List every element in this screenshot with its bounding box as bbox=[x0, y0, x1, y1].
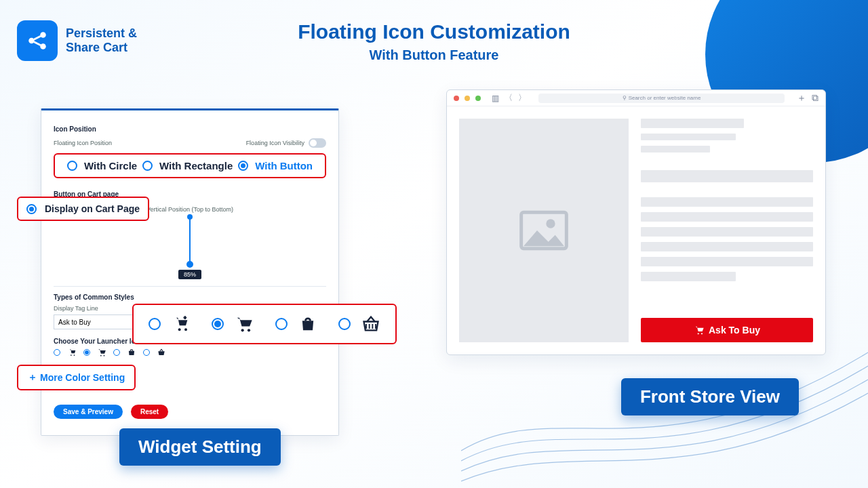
svg-point-9 bbox=[241, 329, 244, 331]
label-tagline: Display Tag Line bbox=[54, 305, 137, 312]
svg-point-5 bbox=[100, 355, 102, 357]
svg-point-13 bbox=[698, 333, 699, 334]
radio-with-button[interactable]: With Button bbox=[238, 160, 313, 171]
traffic-light-max bbox=[475, 96, 481, 101]
launcher-big-0[interactable] bbox=[149, 314, 191, 333]
skeleton-line bbox=[641, 242, 813, 251]
launcher-opt-1[interactable] bbox=[83, 348, 106, 357]
floating-visibility-toggle[interactable] bbox=[309, 138, 326, 148]
page-title: Floating Icon Customization bbox=[0, 20, 868, 43]
more-color-callout[interactable]: ＋More Color Setting bbox=[17, 365, 136, 390]
url-bar[interactable]: ⚲ Search or enter website name bbox=[538, 94, 785, 103]
caption-front-store: Front Store View bbox=[621, 378, 799, 415]
launcher-big-2[interactable] bbox=[275, 314, 317, 333]
new-tab-icon[interactable]: ＋ bbox=[797, 92, 806, 104]
save-button[interactable]: Save & Preview bbox=[54, 405, 123, 419]
section-common-styles: Types of Common Styles bbox=[54, 293, 326, 301]
skeleton-line bbox=[641, 146, 710, 152]
skeleton-line bbox=[641, 272, 736, 281]
svg-point-8 bbox=[184, 328, 187, 331]
traffic-light-min bbox=[465, 96, 470, 101]
vertical-position-value: 85% bbox=[178, 270, 201, 279]
launcher-callout bbox=[132, 304, 397, 344]
search-icon: ⚲ bbox=[623, 95, 627, 101]
traffic-light-close bbox=[454, 96, 459, 101]
shape-option-callout: With Circle With Rectangle With Button bbox=[54, 153, 326, 178]
page-subtitle: With Button Feature bbox=[0, 47, 868, 63]
product-details: Ask To Buy bbox=[641, 119, 813, 342]
ask-to-buy-label: Ask To Buy bbox=[709, 325, 760, 336]
label-floating-visibility: Floating Icon Visibility bbox=[246, 140, 304, 146]
svg-point-14 bbox=[701, 333, 703, 334]
display-on-cart-callout[interactable]: Display on Cart Page bbox=[17, 197, 149, 221]
launcher-big-3[interactable] bbox=[338, 314, 380, 333]
radio-with-circle[interactable]: With Circle bbox=[67, 160, 137, 171]
launcher-opt-2[interactable] bbox=[113, 348, 136, 357]
tagline-input[interactable] bbox=[54, 314, 137, 329]
reset-button[interactable]: Reset bbox=[131, 405, 168, 419]
skeleton-line bbox=[641, 227, 813, 237]
svg-point-10 bbox=[248, 329, 250, 331]
storefront-browser-mock: ▥ 〈 〉 ⚲ Search or enter website name ＋ ⧉ bbox=[446, 89, 826, 355]
browser-bar: ▥ 〈 〉 ⚲ Search or enter website name ＋ ⧉ bbox=[447, 90, 825, 106]
caption-widget-setting: Widget Setting bbox=[119, 428, 281, 466]
svg-point-12 bbox=[546, 219, 555, 228]
skeleton-line bbox=[641, 257, 813, 266]
product-image-placeholder bbox=[459, 119, 629, 342]
radio-with-rectangle[interactable]: With Rectangle bbox=[142, 160, 233, 171]
section-icon-position: Icon Position bbox=[54, 125, 326, 133]
launcher-big-1[interactable] bbox=[212, 314, 254, 333]
sidebar-toggle-icon[interactable]: ▥ bbox=[492, 94, 499, 103]
svg-point-4 bbox=[74, 354, 75, 356]
label-floating-position: Floating Icon Position bbox=[54, 140, 112, 146]
launcher-opt-3[interactable] bbox=[143, 348, 166, 357]
skeleton-line bbox=[641, 197, 813, 207]
ask-to-buy-button[interactable]: Ask To Buy bbox=[641, 318, 813, 342]
svg-point-6 bbox=[104, 355, 105, 357]
divider bbox=[54, 286, 326, 287]
page-title-block: Floating Icon Customization With Button … bbox=[0, 20, 868, 63]
svg-point-7 bbox=[178, 328, 181, 331]
forward-icon[interactable]: 〉 bbox=[518, 92, 526, 104]
skeleton-line bbox=[641, 170, 813, 182]
skeleton-line bbox=[641, 119, 744, 128]
back-icon[interactable]: 〈 bbox=[505, 92, 513, 104]
plus-icon: ＋ bbox=[28, 371, 37, 384]
svg-point-3 bbox=[71, 354, 72, 356]
skeleton-line bbox=[641, 212, 813, 222]
skeleton-line bbox=[641, 134, 736, 140]
launcher-opt-0[interactable] bbox=[54, 348, 77, 357]
tabs-icon[interactable]: ⧉ bbox=[812, 92, 818, 104]
